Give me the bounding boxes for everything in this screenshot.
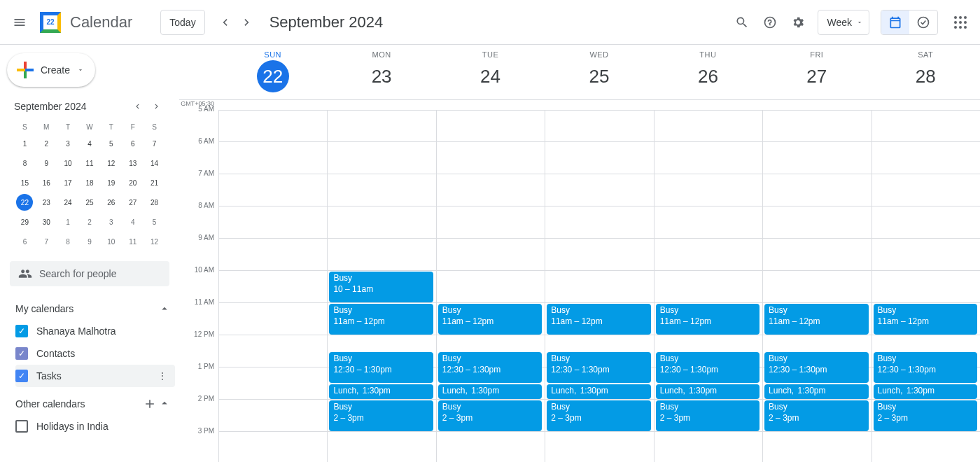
mini-day[interactable]: 15 [14, 173, 36, 192]
mini-day[interactable]: 10 [100, 232, 122, 251]
mini-day[interactable]: 5 [100, 134, 122, 153]
mini-day[interactable]: 13 [122, 153, 144, 173]
day-header[interactable]: SUN22 [218, 45, 327, 99]
mini-day[interactable]: 12 [100, 153, 122, 173]
mini-day[interactable]: 9 [79, 232, 101, 251]
tasks-view-toggle[interactable] [909, 10, 937, 34]
day-column[interactable]: Busy11am – 12pmBusy12:30 – 1:30pmLunch, … [654, 110, 762, 462]
mini-day[interactable]: 1 [14, 134, 36, 153]
calendar-event[interactable]: Lunch, 1:30pm [874, 384, 977, 399]
mini-day[interactable]: 28 [144, 192, 165, 212]
mini-day[interactable]: 16 [36, 173, 57, 192]
calendar-event[interactable]: Busy10 – 11am [329, 272, 433, 302]
calendar-checkbox[interactable]: ✓ [15, 325, 28, 337]
calendar-event[interactable]: Lunch, 1:30pm [656, 384, 760, 399]
calendar-event[interactable]: Busy12:30 – 1:30pm [656, 352, 760, 383]
calendar-event[interactable]: Busy11am – 12pm [656, 304, 760, 335]
mini-day[interactable]: 2 [79, 212, 101, 232]
next-week-button[interactable] [236, 11, 258, 34]
mini-day[interactable]: 17 [57, 173, 79, 192]
calendar-event[interactable]: Busy12:30 – 1:30pm [874, 352, 977, 383]
calendar-event[interactable]: Busy12:30 – 1:30pm [547, 352, 650, 383]
calendar-view-toggle[interactable] [881, 10, 909, 34]
mini-day[interactable]: 20 [122, 173, 144, 192]
calendar-event[interactable]: Lunch, 1:30pm [329, 384, 433, 399]
mini-day[interactable]: 2 [36, 134, 57, 153]
mini-day[interactable]: 24 [57, 192, 79, 212]
calendar-item[interactable]: ✓Contacts [15, 342, 175, 365]
mini-day[interactable]: 4 [79, 134, 101, 153]
view-selector[interactable]: Week [818, 10, 869, 35]
mini-day[interactable]: 7 [36, 232, 57, 251]
day-column[interactable] [218, 110, 327, 462]
calendar-event[interactable]: Busy11am – 12pm [874, 304, 977, 335]
calendar-checkbox[interactable]: ✓ [15, 370, 28, 382]
mini-day[interactable]: 4 [122, 212, 144, 232]
prev-week-button[interactable] [214, 11, 236, 34]
day-column[interactable]: Busy11am – 12pmBusy12:30 – 1:30pmLunch, … [436, 110, 545, 462]
search-people-input[interactable]: Search for people [10, 261, 169, 286]
calendar-event[interactable]: Busy2 – 3pm [329, 400, 433, 431]
calendar-event[interactable]: Busy11am – 12pm [547, 304, 650, 335]
calendar-event[interactable]: Busy2 – 3pm [764, 400, 868, 431]
mini-day[interactable]: 14 [144, 153, 165, 173]
date-number[interactable]: 24 [475, 60, 507, 92]
calendar-item[interactable]: Holidays in India [15, 415, 175, 438]
plus-icon[interactable] [143, 397, 157, 411]
mini-day[interactable]: 9 [36, 153, 57, 173]
mini-day[interactable]: 8 [14, 153, 36, 173]
date-number[interactable]: 22 [257, 60, 289, 92]
calendar-options-button[interactable]: ⋮ [154, 370, 171, 382]
mini-day[interactable]: 7 [144, 134, 165, 153]
date-number[interactable]: 28 [909, 60, 941, 92]
google-apps-button[interactable] [946, 8, 974, 36]
calendar-event[interactable]: Busy11am – 12pm [329, 304, 433, 335]
day-header[interactable]: SAT28 [872, 45, 980, 99]
day-column[interactable]: Busy11am – 12pmBusy12:30 – 1:30pmLunch, … [762, 110, 871, 462]
mini-day[interactable]: 1 [57, 212, 79, 232]
calendar-grid[interactable]: GMT+05:30 5 AM6 AM7 AM8 AM9 AM10 AM11 AM… [179, 100, 980, 462]
calendar-event[interactable]: Busy2 – 3pm [656, 400, 760, 431]
calendar-event[interactable]: Busy2 – 3pm [438, 400, 542, 431]
calendar-checkbox[interactable] [15, 420, 28, 433]
mini-day[interactable]: 6 [14, 232, 36, 251]
mini-day[interactable]: 23 [36, 192, 57, 212]
date-number[interactable]: 26 [692, 60, 724, 92]
today-button[interactable]: Today [160, 10, 204, 35]
mini-day[interactable]: 5 [144, 212, 165, 232]
mini-day[interactable]: 21 [144, 173, 165, 192]
calendar-event[interactable]: Busy11am – 12pm [764, 304, 868, 335]
date-number[interactable]: 27 [801, 60, 833, 92]
mini-day[interactable]: 3 [100, 212, 122, 232]
mini-next-month[interactable] [148, 98, 165, 115]
mini-day[interactable]: 29 [14, 212, 36, 232]
calendar-event[interactable]: Lunch, 1:30pm [547, 384, 650, 399]
main-menu-button[interactable] [6, 8, 34, 36]
day-header[interactable]: WED25 [545, 45, 653, 99]
mini-day[interactable]: 18 [79, 173, 101, 192]
date-number[interactable]: 25 [583, 60, 615, 92]
calendar-checkbox[interactable]: ✓ [15, 347, 28, 360]
calendar-event[interactable]: Busy2 – 3pm [547, 400, 650, 431]
help-button[interactable] [756, 8, 784, 36]
mini-day[interactable]: 11 [122, 232, 144, 251]
day-column[interactable]: Busy10 – 11amBusy11am – 12pmBusy12:30 – … [327, 110, 435, 462]
mini-day[interactable]: 19 [100, 173, 122, 192]
calendar-item[interactable]: ✓Tasks⋮ [15, 365, 175, 387]
mini-day[interactable]: 25 [79, 192, 101, 212]
day-header[interactable]: FRI27 [762, 45, 871, 99]
mini-day[interactable]: 11 [79, 153, 101, 173]
calendar-event[interactable]: Busy11am – 12pm [438, 304, 542, 335]
mini-day[interactable]: 3 [57, 134, 79, 153]
mini-day[interactable]: 12 [144, 232, 165, 251]
date-number[interactable]: 23 [365, 60, 398, 92]
calendar-event[interactable]: Busy12:30 – 1:30pm [438, 352, 542, 383]
mini-day[interactable]: 10 [57, 153, 79, 173]
mini-day[interactable]: 26 [100, 192, 122, 212]
mini-day[interactable]: 22 [14, 192, 36, 212]
mini-day[interactable]: 8 [57, 232, 79, 251]
app-logo-group[interactable]: 22 Calendar [36, 8, 132, 36]
settings-button[interactable] [784, 8, 812, 36]
day-header[interactable]: TUE24 [436, 45, 545, 99]
create-button[interactable]: Create [7, 53, 95, 87]
